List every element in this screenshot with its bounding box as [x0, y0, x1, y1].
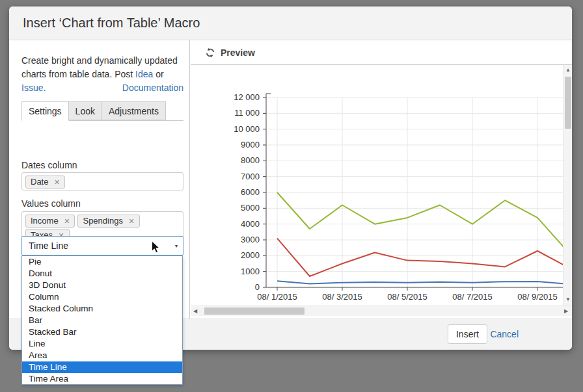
scroll-up-icon[interactable]: ▲ [565, 68, 571, 73]
series-line-taxes [277, 281, 563, 284]
y-tick-label: 4000 [241, 219, 260, 229]
x-tick-label: 08/ 7/2015 [452, 292, 492, 302]
type-option[interactable]: Area [22, 350, 182, 361]
dates-column-label: Dates column [21, 160, 77, 170]
y-tick-label: 12 000 [234, 92, 260, 102]
y-tick-label: 9000 [241, 140, 260, 150]
x-tick-label: 08/ 9/2015 [517, 292, 557, 302]
x-tick-label: 08/ 1/2015 [257, 292, 297, 302]
type-option[interactable]: Donut [22, 268, 182, 280]
macro-description: Create bright and dynamically updated ch… [21, 54, 183, 95]
horizontal-scrollbar[interactable]: ◀ ▶ [191, 306, 572, 316]
y-tick-label: 5000 [241, 203, 260, 213]
issue-link[interactable]: Issue. [21, 81, 46, 95]
y-tick-label: 1000 [241, 267, 260, 276]
preview-title: Preview [221, 47, 255, 58]
description-line-3: Issue.Documentation [21, 81, 183, 95]
y-tick-label: 8000 [241, 155, 260, 165]
y-tick-label: 6000 [241, 187, 260, 197]
dialog-title-bar: Insert ‘Chart from Table’ Macro [9, 7, 572, 40]
y-tick-label: 2000 [241, 250, 260, 260]
tag-remove-icon[interactable]: ✕ [54, 178, 60, 186]
tag-remove-icon[interactable]: ✕ [129, 217, 135, 225]
y-tick-label: 7000 [241, 172, 260, 181]
type-dropdown-list: PieDonut3D DonutColumnStacked ColumnBarS… [21, 255, 183, 385]
type-option[interactable]: Time Area [22, 373, 182, 385]
tab-bar: SettingsLookAdjustments [21, 101, 183, 121]
tab-settings[interactable]: Settings [21, 101, 69, 121]
y-tick-label: 3000 [241, 235, 260, 244]
series-line-spendings [277, 239, 563, 276]
dialog-title: Insert ‘Chart from Table’ Macro [23, 16, 200, 31]
scroll-left-icon[interactable]: ◀ [193, 309, 197, 314]
horizontal-scrollbar-thumb[interactable] [204, 307, 305, 315]
type-select[interactable]: Time Line ▾ [21, 236, 183, 255]
vertical-scrollbar[interactable]: ▲ ▼ [563, 65, 572, 306]
y-tick-label: 11 000 [234, 108, 260, 118]
scroll-down-icon[interactable]: ▼ [565, 297, 571, 302]
type-option[interactable]: Bar [22, 315, 182, 326]
refresh-icon[interactable] [205, 47, 215, 58]
screen: { "dialog": { "title": "Insert \u2018Cha… [0, 0, 583, 392]
preview-pane: Preview 01000200030004000500060007000800… [191, 40, 572, 319]
x-tick-label: 08/ 5/2015 [387, 292, 427, 302]
type-option[interactable]: 3D Donut [22, 280, 182, 291]
type-option[interactable]: Stacked Column [22, 303, 182, 315]
tag-remove-icon[interactable]: ✕ [64, 217, 70, 225]
documentation-link[interactable]: Documentation [122, 81, 183, 95]
tag-chip[interactable]: Spendings ✕ [77, 215, 139, 228]
preview-body: 010002000300040005000600070008000900010 … [191, 65, 572, 316]
tab-look[interactable]: Look [69, 101, 102, 120]
values-column-label: Values column [21, 198, 81, 209]
idea-link[interactable]: Idea [135, 69, 153, 79]
cancel-link[interactable]: Cancel [490, 329, 519, 339]
description-line-1: Create bright and dynamically updated [21, 54, 183, 68]
series-line-income [277, 192, 563, 254]
type-option[interactable]: Pie [22, 256, 182, 268]
tag-chip[interactable]: Income ✕ [25, 215, 75, 228]
type-option[interactable]: Column [22, 291, 182, 303]
dates-column-input[interactable]: Date ✕ [21, 172, 183, 190]
y-tick-label: 0 [255, 282, 260, 292]
preview-header: Preview [191, 40, 572, 65]
type-option[interactable]: Stacked Bar [22, 326, 182, 338]
type-option[interactable]: Line [22, 338, 182, 350]
vertical-scrollbar-thumb[interactable] [565, 77, 571, 129]
insert-button[interactable]: Insert [448, 324, 487, 344]
tab-adjustments[interactable]: Adjustments [102, 101, 166, 120]
y-tick-label: 10 000 [234, 124, 260, 134]
type-select-value: Time Line [29, 241, 68, 251]
tag-chip[interactable]: Date ✕ [25, 176, 65, 189]
timeline-chart: 010002000300040005000600070008000900010 … [191, 65, 563, 306]
type-option[interactable]: Time Line [22, 361, 182, 373]
scroll-right-icon[interactable]: ▶ [564, 309, 568, 314]
x-tick-label: 08/ 3/2015 [322, 292, 362, 302]
chevron-down-icon: ▾ [175, 243, 178, 249]
description-line-2: charts from table data. Post Idea or [21, 68, 183, 81]
